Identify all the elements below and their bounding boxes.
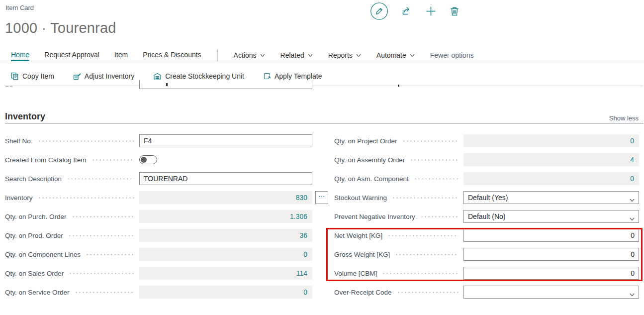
dotted-leader: [38, 134, 134, 147]
field-row-stockout-warning: Stockout WarningDefault (Yes): [334, 191, 643, 204]
field-row-qty-on-asm-component: Qty. on Asm. Component0: [334, 172, 643, 185]
field-value[interactable]: 0: [303, 288, 307, 296]
field-row-gross-weight-kg: Gross Weight [KG]0: [334, 248, 643, 261]
item-card-page: { "page": { "caption": "Item Card", "tit…: [0, 0, 644, 315]
field-input-qty-on-assembly-order[interactable]: 4: [463, 153, 639, 166]
copy-item-label: Copy Item: [22, 72, 54, 80]
fewer-options-link[interactable]: Fewer options: [430, 51, 474, 59]
field-value[interactable]: 830: [296, 194, 307, 202]
field-row-volume-cbm: Volume [CBM]0: [334, 267, 643, 280]
menu-actions[interactable]: Actions: [234, 51, 266, 59]
field-value: TOURENRAD: [144, 175, 187, 183]
dotted-leader: [414, 172, 459, 185]
field-input-stockout-warning[interactable]: Default (Yes): [463, 191, 639, 204]
copy-item-icon: [11, 72, 19, 80]
field-row-shelf-no: Shelf No.F4: [5, 134, 334, 147]
tab-request-approval[interactable]: Request Approval: [44, 49, 99, 61]
dotted-leader: [420, 210, 459, 223]
field-input-qty-on-sales-order[interactable]: 114: [139, 267, 312, 280]
tab-home[interactable]: Home: [11, 49, 29, 61]
field-value[interactable]: 0: [630, 137, 634, 145]
field-label-over-receipt-code: Over-Receipt Code: [334, 286, 461, 299]
menu-related[interactable]: Related: [280, 51, 313, 59]
adjust-inventory-button[interactable]: Adjust Inventory: [73, 72, 134, 80]
label-text: Qty. on Project Order: [334, 137, 397, 145]
menu-related-label: Related: [280, 51, 304, 59]
field-input-qty-on-purch-order[interactable]: 1.306: [139, 210, 312, 223]
tabbar-separator: [217, 49, 218, 61]
share-icon[interactable]: [401, 5, 412, 16]
field-row-qty-on-assembly-order: Qty. on Assembly Order4: [334, 153, 643, 166]
field-input-gross-weight-kg[interactable]: 0: [463, 248, 639, 261]
delete-trash-icon[interactable]: [450, 6, 460, 16]
assist-edit-button[interactable]: ⋯: [315, 191, 328, 204]
field-input-qty-on-service-order[interactable]: 0: [139, 286, 312, 299]
menu-automate[interactable]: Automate: [376, 51, 415, 59]
clipped-field-input[interactable]: [139, 80, 312, 89]
show-less-link[interactable]: Show less: [609, 114, 639, 122]
toggle-created-from-catalog-item[interactable]: [139, 155, 157, 164]
field-value[interactable]: 0: [303, 250, 307, 258]
field-input-volume-cbm[interactable]: 0: [463, 267, 639, 280]
label-text: Qty. on Purch. Order: [5, 213, 67, 220]
field-input-qty-on-project-order[interactable]: 0: [463, 134, 639, 147]
create-stockkeeping-unit-button[interactable]: Create Stockkeeping Unit: [153, 72, 244, 80]
edit-pencil-icon[interactable]: [370, 2, 388, 20]
header-action-icons: [370, 0, 460, 22]
dotted-leader: [382, 267, 459, 280]
field-value[interactable]: 1.306: [290, 212, 307, 220]
label-text: Net Weight [KG]: [334, 232, 382, 239]
field-input-inventory[interactable]: 830: [139, 191, 312, 204]
tab-item[interactable]: Item: [114, 49, 128, 61]
field-row-qty-on-prod-order: Qty. on Prod. Order36: [5, 229, 334, 242]
dotted-leader: [387, 229, 459, 242]
field-label-prevent-negative-inventory: Prevent Negative Inventory: [334, 210, 461, 223]
field-input-qty-on-prod-order[interactable]: 36: [139, 229, 312, 242]
field-value: 0: [631, 269, 635, 277]
field-label-search-description: Search Description: [5, 172, 137, 185]
field-value[interactable]: 4: [630, 156, 634, 164]
field-label-volume-cbm: Volume [CBM]: [334, 267, 461, 280]
label-text: Qty. on Prod. Order: [5, 232, 63, 239]
section-underline: [5, 123, 644, 123]
field-value[interactable]: 114: [296, 269, 307, 277]
field-row-qty-on-component-lines: Qty. on Component Lines0: [5, 248, 334, 261]
chevron-down-icon: [629, 289, 635, 301]
label-text: Search Description: [5, 175, 62, 183]
label-text: Created From Catalog Item: [5, 156, 87, 164]
field-label-qty-on-purch-order: Qty. on Purch. Order: [5, 210, 137, 223]
field-input-search-description[interactable]: TOURENRAD: [139, 172, 312, 185]
chevron-down-icon: [260, 52, 266, 58]
field-value: Default (Yes): [468, 194, 508, 202]
apply-template-icon: [263, 72, 271, 80]
copy-item-button[interactable]: Copy Item: [11, 72, 54, 80]
field-value[interactable]: 0: [630, 175, 634, 183]
field-input-net-weight-kg[interactable]: 0: [463, 229, 639, 242]
apply-template-button[interactable]: Apply Template: [263, 72, 322, 80]
field-row-search-description: Search DescriptionTOURENRAD: [5, 172, 334, 185]
field-row-net-weight-kg: Net Weight [KG]0: [334, 229, 643, 242]
chevron-down-icon: [409, 52, 415, 58]
field-input-qty-on-component-lines[interactable]: 0: [139, 248, 312, 261]
field-input-prevent-negative-inventory[interactable]: Default (No): [463, 210, 639, 223]
tab-prices-discounts[interactable]: Prices & Discounts: [143, 49, 201, 61]
field-value: Default (No): [468, 212, 505, 220]
clipped-text-fragment: [166, 83, 168, 86]
page-title: 1000 · Tourenrad: [5, 20, 116, 36]
dotted-leader: [67, 172, 134, 185]
form-left-column: Shelf No.F4Created From Catalog ItemSear…: [5, 134, 334, 304]
stockkeeping-unit-icon: [153, 72, 162, 80]
section-title-inventory: Inventory: [5, 111, 45, 122]
field-input-qty-on-asm-component[interactable]: 0: [463, 172, 639, 185]
field-row-prevent-negative-inventory: Prevent Negative InventoryDefault (No): [334, 210, 643, 223]
field-value[interactable]: 36: [299, 231, 307, 239]
field-input-shelf-no[interactable]: F4: [139, 134, 312, 147]
field-label-qty-on-asm-component: Qty. on Asm. Component: [334, 172, 461, 185]
menu-reports[interactable]: Reports: [328, 51, 362, 59]
add-new-icon[interactable]: [425, 5, 437, 17]
dotted-leader: [392, 191, 459, 204]
field-label-net-weight-kg: Net Weight [KG]: [334, 229, 461, 242]
create-stockkeeping-unit-label: Create Stockkeeping Unit: [165, 72, 244, 80]
field-input-over-receipt-code[interactable]: [463, 286, 639, 299]
field-value: 0: [631, 231, 635, 239]
